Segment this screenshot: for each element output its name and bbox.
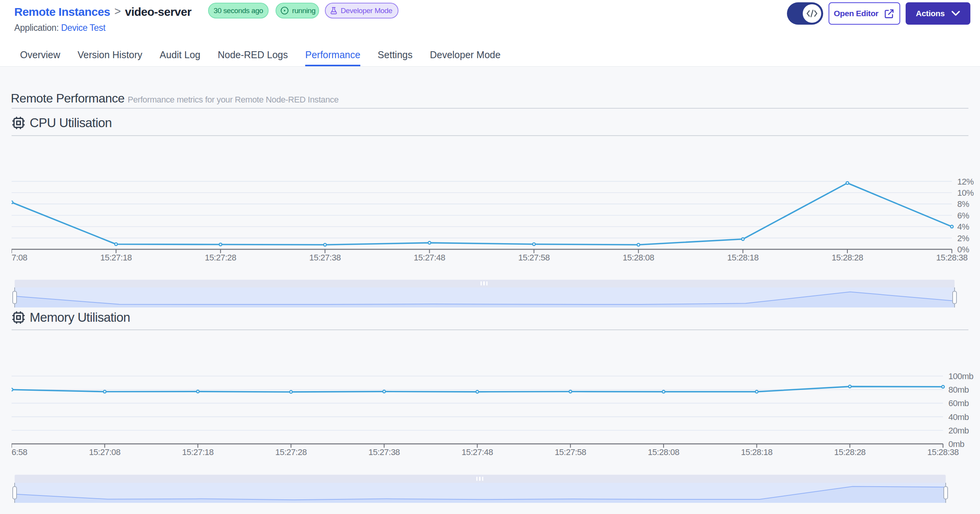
svg-text:2%: 2% (957, 233, 969, 243)
svg-text:15:28:38: 15:28:38 (936, 253, 968, 262)
svg-text:100mb: 100mb (948, 371, 973, 381)
svg-text:6%: 6% (957, 211, 969, 220)
svg-text:15:28:18: 15:28:18 (741, 447, 773, 457)
svg-text:15:27:28: 15:27:28 (205, 253, 236, 262)
svg-text:15:27:08: 15:27:08 (89, 447, 121, 457)
svg-text:15:27:48: 15:27:48 (462, 447, 493, 457)
svg-text:15:27:18: 15:27:18 (100, 253, 132, 262)
svg-text:40mb: 40mb (948, 412, 969, 422)
svg-text:15:27:18: 15:27:18 (182, 447, 214, 457)
svg-text:15:28:28: 15:28:28 (832, 253, 863, 262)
svg-text:15:26:58: 15:26:58 (12, 447, 27, 457)
svg-text:15:27:38: 15:27:38 (309, 253, 341, 262)
svg-text:4%: 4% (957, 222, 969, 232)
svg-text:10%: 10% (957, 188, 974, 198)
svg-text:15:27:08: 15:27:08 (12, 253, 27, 262)
svg-text:15:27:28: 15:27:28 (275, 447, 307, 457)
svg-text:60mb: 60mb (948, 398, 969, 408)
svg-text:20mb: 20mb (948, 426, 969, 435)
svg-text:15:27:58: 15:27:58 (518, 253, 550, 262)
svg-text:15:27:58: 15:27:58 (555, 447, 586, 457)
svg-text:8%: 8% (957, 199, 969, 209)
svg-text:15:27:38: 15:27:38 (368, 447, 400, 457)
svg-text:80mb: 80mb (948, 385, 969, 395)
svg-text:15:28:28: 15:28:28 (834, 447, 866, 457)
svg-text:15:27:48: 15:27:48 (414, 253, 445, 262)
svg-text:15:28:08: 15:28:08 (648, 447, 679, 457)
svg-text:15:28:38: 15:28:38 (927, 447, 959, 457)
svg-text:15:28:18: 15:28:18 (727, 253, 759, 262)
svg-text:15:28:08: 15:28:08 (623, 253, 654, 262)
svg-text:12%: 12% (957, 177, 974, 186)
